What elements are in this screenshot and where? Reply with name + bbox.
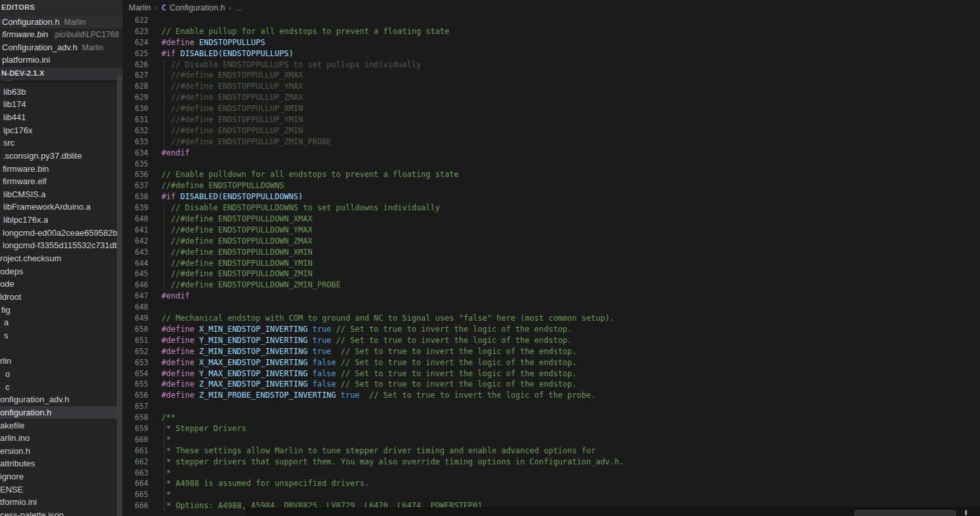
code-line[interactable]: 655#define Z_MAX_ENDSTOP_INVERTING false… <box>123 379 980 390</box>
code-line[interactable]: 652#define Z_MIN_ENDSTOP_INVERTING true … <box>123 346 980 357</box>
open-editor-item[interactable]: firmware.bin.pio\build\LPC1768 <box>0 28 123 41</box>
code-line[interactable]: 625#if DISABLED(ENDSTOPPULLUPS) <box>123 48 980 59</box>
line-number[interactable]: 633 <box>123 137 148 148</box>
code-line[interactable]: 649// Mechanical endstop with COM to gro… <box>123 313 980 324</box>
line-number[interactable]: 640 <box>123 214 148 225</box>
line-number[interactable]: 647 <box>123 291 148 302</box>
line-number[interactable]: 629 <box>123 92 148 103</box>
line-number[interactable]: 651 <box>123 335 148 346</box>
line-number[interactable]: 662 <box>123 457 148 468</box>
file-tree-item[interactable]: libCMSIS.a <box>0 188 118 201</box>
file-tree-item[interactable]: ignore <box>0 470 118 483</box>
line-number[interactable]: 627 <box>123 70 148 81</box>
code-line[interactable]: 662 * stepper drivers that support them.… <box>123 457 980 468</box>
line-number[interactable]: 653 <box>123 357 148 368</box>
file-tree-item[interactable]: ENSE <box>0 483 118 496</box>
code-line[interactable]: 628 //#define ENDSTOPPULLUP_YMAX <box>123 81 980 92</box>
breadcrumb-more[interactable]: ... <box>235 3 242 12</box>
code-line[interactable]: 651#define Y_MIN_ENDSTOP_INVERTING true … <box>123 335 980 346</box>
code-line[interactable]: 663 * <box>123 468 980 479</box>
line-number[interactable]: 664 <box>123 478 148 489</box>
line-number[interactable]: 634 <box>123 148 148 159</box>
file-tree-item[interactable]: firmware.elf <box>0 175 118 188</box>
file-tree-item[interactable]: ode <box>0 278 118 291</box>
line-number[interactable]: 656 <box>123 390 148 401</box>
file-tree-item[interactable]: lpc176x <box>0 124 118 137</box>
code-line[interactable]: 635 <box>123 159 980 170</box>
workspace-section-header[interactable]: N-DEV-2.1.X <box>0 67 123 80</box>
line-number[interactable]: 648 <box>123 302 148 313</box>
line-number[interactable]: 644 <box>123 258 148 269</box>
file-tree-item[interactable]: ersion.h <box>0 445 118 458</box>
code-line[interactable]: 657 <box>123 401 980 412</box>
line-number[interactable]: 625 <box>123 48 148 59</box>
file-tree-item[interactable]: lib63b <box>0 86 118 99</box>
file-tree-item[interactable]: libFrameworkArduino.a <box>0 201 118 214</box>
file-tree-item[interactable]: fig <box>0 304 118 317</box>
line-number[interactable]: 655 <box>123 379 148 390</box>
file-tree-item[interactable]: s <box>0 329 118 342</box>
notification-bell-icon[interactable] <box>965 510 967 515</box>
line-number[interactable]: 639 <box>123 202 148 214</box>
sidebar-scrollbar-thumb[interactable] <box>117 75 122 516</box>
line-number[interactable]: 654 <box>123 368 148 379</box>
file-tree-item[interactable]: arlin.ino <box>0 432 118 445</box>
code-line[interactable]: 631 //#define ENDSTOPPULLUP_YMIN <box>123 114 980 125</box>
file-tree-item[interactable]: .sconsign.py37.dblite <box>0 150 118 163</box>
line-number[interactable]: 643 <box>123 247 148 258</box>
code-line[interactable]: 623// Enable pullup for all endstops to … <box>123 26 980 37</box>
file-tree-item[interactable]: ldroot <box>0 291 118 304</box>
line-number[interactable]: 659 <box>123 423 148 434</box>
file-tree-item[interactable]: cess-palette.json <box>0 509 118 516</box>
code-line[interactable]: 648 <box>123 302 980 313</box>
file-tree-item[interactable]: o <box>0 368 118 381</box>
line-number[interactable]: 630 <box>123 103 148 114</box>
file-tree-item[interactable]: firmware.bin <box>0 163 118 176</box>
file-tree-item[interactable] <box>0 342 118 355</box>
file-tree-item[interactable]: tformio.ini <box>0 496 118 509</box>
file-tree-item[interactable]: attributes <box>0 457 118 470</box>
code-line[interactable]: 665 * <box>123 489 980 500</box>
line-number[interactable]: 663 <box>123 468 148 479</box>
line-number[interactable]: 661 <box>123 445 148 457</box>
line-number[interactable]: 636 <box>123 169 148 180</box>
breadcrumb-file[interactable]: Configuration.h <box>170 3 225 12</box>
file-tree-item[interactable]: lib174 <box>0 98 118 111</box>
code-line[interactable]: 637//#define ENDSTOPPULLDOWNS <box>123 180 980 191</box>
code-line[interactable]: 660 * <box>123 434 980 445</box>
code-line[interactable]: 661 * These settings allow Marlin to tun… <box>123 445 980 457</box>
code-line[interactable]: 640 //#define ENDSTOPPULLDOWN_XMAX <box>123 214 980 225</box>
code-line[interactable]: 643 //#define ENDSTOPPULLDOWN_XMIN <box>123 247 980 258</box>
open-editor-item[interactable]: platformio.ini <box>0 54 123 67</box>
line-number[interactable]: 637 <box>123 180 148 191</box>
code-line[interactable]: 656#define Z_MIN_PROBE_ENDSTOP_INVERTING… <box>123 390 980 401</box>
code-line[interactable]: 653#define X_MAX_ENDSTOP_INVERTING false… <box>123 357 980 368</box>
line-number[interactable]: 665 <box>123 489 148 500</box>
code-area[interactable]: 622623// Enable pullup for all endstops … <box>123 15 980 516</box>
file-tree-item[interactable]: rlin <box>0 355 118 368</box>
file-tree-item[interactable]: roject.checksum <box>0 252 118 265</box>
code-line[interactable]: 647#endif <box>123 291 980 302</box>
code-line[interactable]: 627 //#define ENDSTOPPULLUP_XMAX <box>123 70 980 81</box>
code-line[interactable]: 622 <box>123 15 980 26</box>
file-tree-item[interactable]: c <box>0 381 118 394</box>
file-tree-item[interactable]: akefile <box>0 419 118 432</box>
code-line[interactable]: 650#define X_MIN_ENDSTOP_INVERTING true … <box>123 324 980 335</box>
line-number[interactable]: 657 <box>123 401 148 412</box>
line-number[interactable]: 628 <box>123 81 148 92</box>
code-line[interactable]: 658/** <box>123 412 980 423</box>
line-number[interactable]: 666 <box>123 500 148 511</box>
code-line[interactable]: 638#if DISABLED(ENDSTOPPULLDOWNS) <box>123 191 980 202</box>
line-number[interactable]: 660 <box>123 434 148 445</box>
line-number[interactable]: 645 <box>123 268 148 280</box>
line-number[interactable]: 631 <box>123 114 148 125</box>
line-number[interactable]: 623 <box>123 26 148 37</box>
code-line[interactable]: 644 //#define ENDSTOPPULLDOWN_YMIN <box>123 258 980 269</box>
open-editor-item[interactable]: Configuration_adv.hMarlin <box>0 41 123 54</box>
code-line[interactable]: 642 //#define ENDSTOPPULLDOWN_ZMAX <box>123 236 980 247</box>
file-tree-item[interactable]: odeps <box>0 265 118 278</box>
line-number[interactable]: 624 <box>123 37 148 48</box>
line-number[interactable]: 658 <box>123 412 148 423</box>
code-line[interactable]: 634#endif <box>123 148 980 159</box>
notification-toast-edge[interactable] <box>855 510 956 516</box>
